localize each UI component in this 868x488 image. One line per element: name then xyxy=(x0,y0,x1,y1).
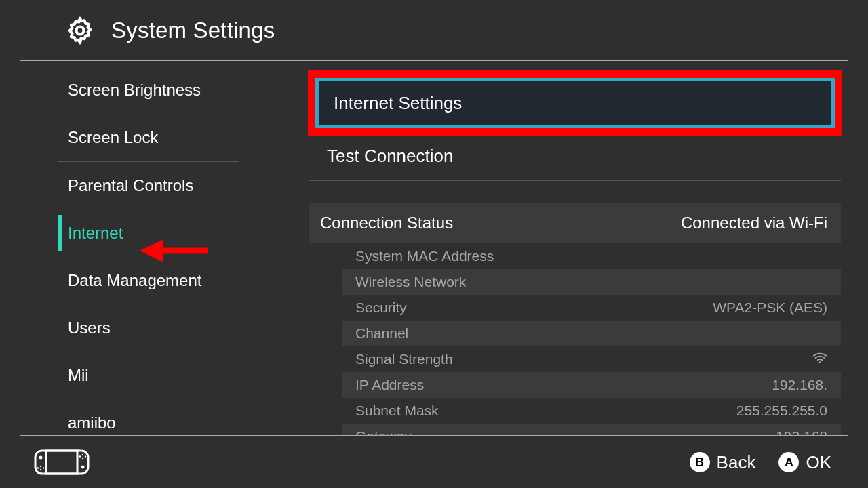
main-area: Screen Brightness Screen Lock Parental C… xyxy=(0,61,868,435)
console-handheld-icon xyxy=(34,449,90,475)
sidebar-item-label: Mii xyxy=(68,366,89,385)
svg-point-13 xyxy=(82,458,83,459)
status-label: Signal Strength xyxy=(355,351,453,367)
sidebar-item-amiibo[interactable]: amiibo xyxy=(35,399,258,447)
status-label: Channel xyxy=(355,325,408,342)
gear-icon xyxy=(65,16,95,45)
status-label: IP Address xyxy=(355,377,424,393)
status-value: WPA2-PSK (AES) xyxy=(713,300,827,316)
svg-point-0 xyxy=(77,26,84,34)
status-value: 192.168 xyxy=(776,428,827,435)
svg-point-14 xyxy=(79,455,81,457)
page-title: System Settings xyxy=(111,18,275,43)
status-value: 192.168. xyxy=(772,377,827,393)
status-row-gateway: Gateway192.168 xyxy=(342,424,841,435)
svg-point-15 xyxy=(85,455,86,457)
back-button[interactable]: B Back xyxy=(690,452,756,473)
wifi-icon xyxy=(812,350,827,369)
content-divider xyxy=(309,180,841,181)
status-row-subnet: Subnet Mask255.255.255.0 xyxy=(342,398,841,424)
sidebar-item-users[interactable]: Users xyxy=(35,304,258,352)
settings-sidebar: Screen Brightness Screen Lock Parental C… xyxy=(0,61,258,435)
sidebar-item-parental-controls[interactable]: Parental Controls xyxy=(35,162,258,209)
svg-point-11 xyxy=(43,467,44,468)
status-row-mac: System MAC Address xyxy=(342,243,841,269)
ok-button[interactable]: A OK xyxy=(778,452,831,473)
svg-point-3 xyxy=(819,361,821,363)
svg-point-8 xyxy=(40,466,41,467)
svg-point-12 xyxy=(82,454,83,455)
content-pane: Internet Settings Test Connection Connec… xyxy=(258,61,868,435)
status-row-signal: Signal Strength xyxy=(342,346,841,372)
sidebar-item-label: Parental Controls xyxy=(68,176,193,195)
option-internet-settings[interactable]: Internet Settings xyxy=(316,79,834,127)
b-button-icon: B xyxy=(690,452,710,472)
sidebar-item-label: amiibo xyxy=(68,413,116,432)
sidebar-item-label: Internet xyxy=(68,224,123,243)
connection-status-header: Connection Status Connected via Wi-Fi xyxy=(309,203,841,243)
footer-buttons: B Back A OK xyxy=(690,452,831,473)
svg-rect-4 xyxy=(35,451,88,474)
status-value: 255.255.255.0 xyxy=(736,403,827,419)
option-label: Internet Settings xyxy=(334,93,462,114)
sidebar-item-internet[interactable]: Internet xyxy=(35,209,258,257)
option-label: Test Connection xyxy=(327,146,453,167)
status-row-ip: IP Address192.168. xyxy=(342,372,841,398)
sidebar-item-screen-lock[interactable]: Screen Lock xyxy=(35,114,258,161)
ok-label: OK xyxy=(806,452,831,473)
a-button-icon: A xyxy=(778,452,799,472)
status-label: Gateway xyxy=(355,428,412,435)
svg-point-6 xyxy=(39,456,43,460)
sidebar-item-data-management[interactable]: Data Management xyxy=(35,257,258,304)
svg-rect-5 xyxy=(46,451,77,474)
status-label: Wireless Network xyxy=(355,274,466,290)
status-header-label: Connection Status xyxy=(320,214,453,232)
sidebar-item-label: Screen Lock xyxy=(68,128,158,147)
status-label: Subnet Mask xyxy=(355,403,439,419)
status-label: System MAC Address xyxy=(355,248,494,264)
status-list: System MAC Address Wireless Network Secu… xyxy=(309,243,841,435)
header: System Settings xyxy=(20,0,848,61)
option-test-connection[interactable]: Test Connection xyxy=(309,131,841,180)
status-header-value: Connected via Wi-Fi xyxy=(681,214,827,232)
svg-point-10 xyxy=(37,467,39,468)
svg-point-7 xyxy=(81,466,85,469)
sidebar-item-mii[interactable]: Mii xyxy=(35,352,258,399)
sidebar-item-label: Data Management xyxy=(68,271,201,290)
status-row-security: SecurityWPA2-PSK (AES) xyxy=(342,295,841,321)
sidebar-item-label: Screen Brightness xyxy=(68,81,201,100)
status-label: Security xyxy=(355,300,407,316)
svg-point-9 xyxy=(40,469,41,470)
sidebar-item-label: Users xyxy=(68,319,111,338)
status-row-channel: Channel xyxy=(342,321,841,346)
back-label: Back xyxy=(717,452,756,473)
sidebar-item-screen-brightness[interactable]: Screen Brightness xyxy=(35,66,258,114)
status-row-network: Wireless Network xyxy=(342,269,841,295)
